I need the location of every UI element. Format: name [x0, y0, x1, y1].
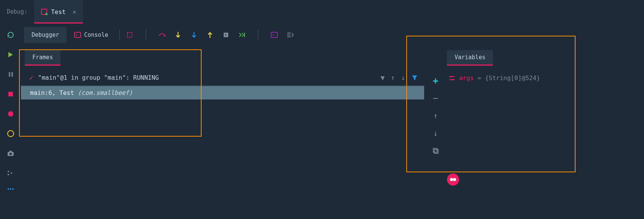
- variables-tab[interactable]: Variables: [447, 50, 493, 65]
- frames-tab-label: Frames: [32, 54, 53, 61]
- step-into-button[interactable]: [174, 31, 182, 39]
- filter-icon[interactable]: [411, 74, 418, 81]
- evaluate-expression-button[interactable]: [270, 31, 278, 39]
- debug-tabbar: Debug: Test ×: [0, 0, 644, 24]
- debug-toolbar: Debugger Console: [21, 24, 644, 46]
- move-watch-down-button[interactable]: ↓: [431, 129, 440, 137]
- svg-point-7: [10, 153, 12, 155]
- show-execution-point-button[interactable]: [126, 31, 134, 39]
- step-out-button[interactable]: [206, 31, 214, 39]
- thread-controls: ▼ ↑ ↓: [380, 74, 418, 82]
- thread-prev-icon[interactable]: ↑: [391, 74, 395, 82]
- variable-value: {String[0]@524}: [485, 74, 540, 82]
- svg-point-32: [453, 178, 456, 181]
- thread-status-text: "main"@1 in group "main": RUNNING: [38, 74, 381, 81]
- run-to-cursor-button[interactable]: [238, 31, 246, 39]
- new-watch-button[interactable]: +: [431, 77, 440, 85]
- variables-tab-label: Variables: [455, 54, 485, 61]
- more-actions-button[interactable]: [6, 184, 15, 194]
- svg-rect-2: [8, 92, 13, 96]
- thread-next-icon[interactable]: ↓: [401, 74, 405, 82]
- mute-breakpoints-button[interactable]: [6, 129, 15, 138]
- svg-point-12: [10, 188, 11, 190]
- console-icon: [74, 32, 81, 38]
- thread-dropdown-icon[interactable]: ▼: [380, 74, 385, 82]
- debug-body: Debugger Console: [0, 24, 644, 219]
- step-over-button[interactable]: [158, 31, 166, 39]
- toolbar-separator: [119, 30, 120, 40]
- variables-icon-column: + − ↑ ↓: [424, 50, 447, 219]
- tab-console-label: Console: [84, 32, 108, 38]
- variable-equals: =: [478, 74, 482, 82]
- frames-tab-underline: [25, 65, 60, 66]
- camera-button[interactable]: [6, 149, 15, 158]
- thread-selector-row: ✓ "main"@1 in group "main": RUNNING ▼ ↑ …: [21, 65, 424, 86]
- tab-debugger[interactable]: Debugger: [24, 27, 67, 43]
- svg-point-13: [12, 188, 14, 190]
- trace-current-stream-chain-button[interactable]: [286, 31, 294, 39]
- variables-panel: + − ↑ ↓ Variables: [424, 46, 644, 219]
- svg-rect-0: [9, 72, 10, 77]
- variable-row[interactable]: args = {String[0]@524}: [447, 65, 644, 82]
- debug-tab-text: Test: [51, 8, 66, 16]
- rerun-button[interactable]: [6, 30, 15, 39]
- svg-point-10: [11, 172, 12, 174]
- svg-point-11: [8, 188, 9, 190]
- stack-frame-row[interactable]: main:6, Test (com.smallbeef): [21, 86, 424, 99]
- svg-rect-26: [434, 150, 438, 153]
- resume-button[interactable]: [6, 50, 15, 59]
- duplicate-watch-button[interactable]: [431, 147, 440, 155]
- debug-main: Debugger Console: [21, 24, 644, 219]
- svg-rect-15: [127, 33, 132, 37]
- svg-point-9: [8, 174, 9, 175]
- toolbar-separator: [258, 30, 258, 40]
- svg-point-28: [450, 76, 452, 77]
- drop-frame-button[interactable]: [222, 31, 230, 39]
- frames-panel: Frames ✓ "main"@1 in group "main": RUNNI…: [21, 46, 424, 219]
- step-tool-group: [126, 30, 294, 40]
- debug-panels: Frames ✓ "main"@1 in group "main": RUNNI…: [21, 46, 644, 219]
- check-icon: ✓: [29, 74, 33, 82]
- close-icon[interactable]: ×: [73, 8, 76, 16]
- variables-tab-underline: [447, 65, 493, 66]
- toolbar-separator: [146, 30, 146, 40]
- svg-rect-25: [433, 148, 437, 152]
- tab-debugger-label: Debugger: [32, 32, 59, 38]
- show-watches-badge[interactable]: [447, 173, 459, 186]
- svg-point-8: [8, 171, 9, 172]
- frames-tab[interactable]: Frames: [25, 50, 60, 65]
- stack-frame-text: main:6, Test: [30, 89, 78, 96]
- debug-label: Debug:: [0, 0, 34, 24]
- debug-tab-test[interactable]: Test ×: [34, 0, 83, 24]
- svg-point-3: [8, 111, 13, 117]
- debug-left-gutter: [0, 24, 21, 219]
- stop-button[interactable]: [6, 90, 15, 99]
- force-step-into-button[interactable]: [190, 31, 198, 39]
- view-breakpoints-button[interactable]: [6, 109, 15, 118]
- variable-name: args: [459, 74, 474, 82]
- settings-more-button[interactable]: [6, 169, 15, 178]
- variable-type-icon: [448, 75, 455, 81]
- svg-rect-6: [10, 151, 12, 152]
- svg-point-31: [450, 178, 453, 181]
- remove-watch-button[interactable]: −: [431, 94, 440, 102]
- stack-frame-package: (com.smallbeef): [78, 89, 133, 96]
- svg-rect-1: [11, 72, 13, 77]
- move-watch-up-button[interactable]: ↑: [431, 112, 440, 120]
- tab-console[interactable]: Console: [67, 27, 116, 43]
- pause-button[interactable]: [6, 70, 15, 79]
- svg-point-4: [8, 131, 14, 137]
- svg-point-30: [452, 79, 454, 80]
- run-config-icon: [41, 9, 47, 15]
